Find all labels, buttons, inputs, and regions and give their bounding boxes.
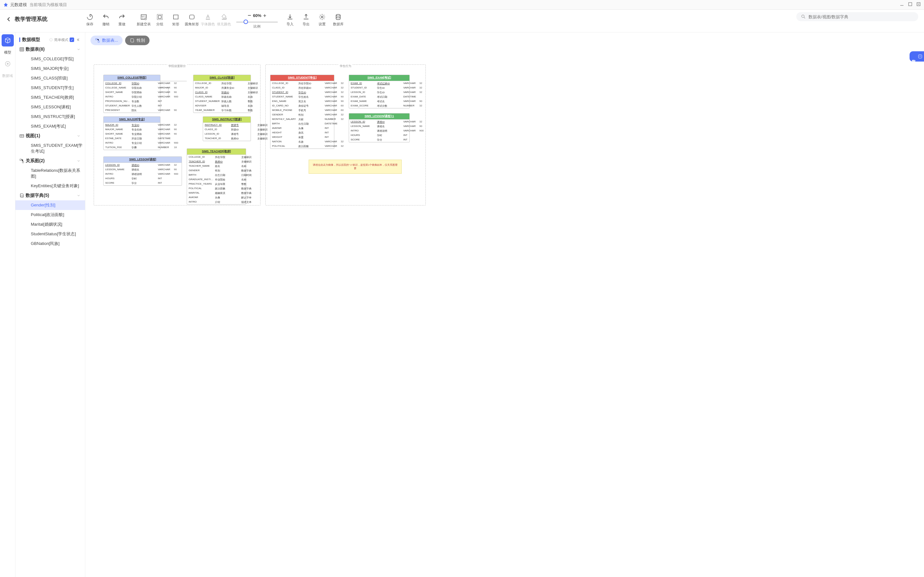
entity-field-row[interactable]: TEACHER_ID教师ID主键标识: [203, 136, 250, 141]
entity-class[interactable]: SIMS_CLASS[班级]COLLEGE_ID所在学院主键标识MAJOR_ID…: [193, 75, 251, 113]
checkbox-icon[interactable]: ✓: [69, 37, 74, 42]
tree-item[interactable]: SIMS_TEACHER[教师]: [15, 93, 85, 102]
zoom-minus-icon[interactable]: −: [248, 12, 251, 19]
entity-field-row[interactable]: MAJOR_ID专业IDVARCHAR32: [103, 123, 160, 127]
entity-field-row[interactable]: SHORT_NAME专业简称VARCHAR90: [103, 132, 160, 136]
entity-field-row[interactable]: INTRO课程说明VARCHAR900: [103, 172, 182, 176]
entity-field-row[interactable]: PRACTICE_YEARS从业年限整数: [187, 182, 246, 186]
entity-field-row[interactable]: HOURS学时INT: [103, 176, 182, 181]
tree-item[interactable]: SMIS_STUDENT_EXAM[学生考试]: [15, 141, 85, 156]
entity-field-row[interactable]: MARITAL婚姻状况数据字典: [187, 191, 246, 195]
group-tables[interactable]: 数据表(8): [15, 45, 85, 54]
entity-field-row[interactable]: YEAR_NUMBER学习年数整数: [194, 108, 250, 113]
entity-field-row[interactable]: STUDENT_ID学生IDVARCHAR32: [270, 90, 334, 95]
entity-field-row[interactable]: COLLEGE_ID所在学院IDVARCHAR32: [270, 81, 334, 85]
entity-field-row[interactable]: INTRO学院介绍VARCHAR900: [103, 95, 160, 99]
entity-field-row[interactable]: COLLEGE_ID所在学院主键标识: [187, 155, 246, 159]
maximize-icon[interactable]: [908, 2, 913, 7]
entity-field-row[interactable]: MAJOR_ID所属专业ID主键标识: [194, 85, 250, 90]
entity-field-row[interactable]: SCORE学分INT: [349, 137, 409, 142]
zoom-slider[interactable]: [236, 21, 278, 23]
entity-teacher[interactable]: SIMS_TEACHER[教师]COLLEGE_ID所在学院主键标识TEACHE…: [187, 148, 246, 205]
group-button[interactable]: 分组: [153, 12, 167, 27]
entity-field-row[interactable]: ID_CARD_NO身份证号VARCHAR60: [270, 103, 334, 108]
search-box[interactable]: [796, 12, 918, 21]
fillcolor-button[interactable]: 填充颜色: [217, 12, 231, 27]
entity-field-row[interactable]: LESSON_NAME课程名VARCHAR90: [103, 167, 182, 172]
entity-lesson-mirror[interactable]: SIMS_LESSON[课程]:1LESSON_ID课程IDVARCHAR32L…: [349, 113, 410, 142]
minimize-icon[interactable]: [900, 2, 904, 7]
entity-field-row[interactable]: INSTRUCT_ID授课号主键标识: [203, 123, 250, 127]
entity-field-row[interactable]: COLLEGE_NAME学院名称VARCHAR90: [103, 85, 160, 90]
export-button[interactable]: 导出: [299, 12, 313, 27]
tree-item[interactable]: SIMS_EXAM[考试]: [15, 121, 85, 131]
entity-field-row[interactable]: NATION名族VARCHAR32: [270, 139, 334, 144]
new-table-button[interactable]: 新建空表: [137, 12, 151, 27]
fontcolor-button[interactable]: 字体颜色: [201, 12, 215, 27]
entity-field-row[interactable]: LESSON_ID学生IDVARCHAR32: [349, 90, 409, 95]
zoom-plus-icon[interactable]: +: [263, 13, 266, 19]
save-button[interactable]: 保存: [83, 12, 97, 27]
field-library-button[interactable]: 字段库: [909, 51, 924, 61]
entity-field-row[interactable]: HEIGHT身高INT: [270, 131, 334, 135]
entity-field-row[interactable]: PRESIDENT院长VARCHAR90: [103, 108, 160, 113]
entity-field-row[interactable]: AVATAR头像INT: [270, 126, 334, 131]
entity-field-row[interactable]: STUDENT_NAME学生姓名VARCHAR90: [270, 95, 334, 99]
tree-item[interactable]: SIMS_LESSON[课程]: [15, 102, 85, 112]
entity-field-row[interactable]: WEIGHT体重INT: [270, 135, 334, 139]
tree-item[interactable]: TableRelations[数据表关系图]: [15, 166, 85, 181]
undo-button[interactable]: 撤销: [99, 12, 113, 27]
entity-field-row[interactable]: STUDENT_NUMBER班级人数整数: [194, 99, 250, 103]
entity-field-row[interactable]: STUDENT_ID学生IDVARCHAR32: [349, 85, 409, 90]
entity-field-row[interactable]: POLITICAL政治面貌数据字典: [187, 186, 246, 191]
redo-button[interactable]: 重做: [115, 12, 129, 27]
entity-instruct[interactable]: SIMS_INSTRUCT[授课]INSTRUCT_ID授课号主键标识CLASS…: [203, 116, 251, 141]
close-icon[interactable]: [916, 2, 921, 7]
tree-item[interactable]: StudentStatus[学生状态]: [15, 229, 85, 239]
entity-field-row[interactable]: GENDER性别数据字典: [187, 168, 246, 173]
tree-item[interactable]: Marital[婚姻状况]: [15, 219, 85, 229]
back-icon[interactable]: [6, 16, 11, 22]
collapse-panel-icon[interactable]: [77, 37, 81, 42]
entity-major[interactable]: SIMS_MAJOR[专业]MAJOR_ID专业IDVARCHAR32MAJOR…: [103, 116, 160, 150]
entity-college[interactable]: SIMS_COLLEGE[学院]COLLEGE_ID学院IDVARCHAR32C…: [103, 75, 160, 113]
entity-field-row[interactable]: TEACHER_ID教师ID主键标识: [187, 159, 246, 164]
entity-field-row[interactable]: LESSON_ID课程IDVARCHAR32: [103, 163, 182, 167]
tab-tables[interactable]: 数据表...: [90, 35, 123, 45]
simple-mode-toggle[interactable]: 简单模式 ✓: [49, 37, 81, 42]
entity-field-row[interactable]: TUITION_FEE学费NUMBER18: [103, 145, 160, 150]
entity-field-row[interactable]: EXAM_ID考试记录IDVARCHAR32: [349, 81, 409, 85]
tree-item[interactable]: SIMS_STUDENT[学生]: [15, 83, 85, 93]
entity-exam[interactable]: SIMS_EXAM[考试]EXAM_ID考试记录IDVARCHAR32STUDE…: [349, 75, 410, 108]
tree-item[interactable]: SIMS_CLASS[班级]: [15, 73, 85, 83]
entity-field-row[interactable]: CLASS_ID班级ID主键标识: [194, 90, 250, 95]
entity-field-row[interactable]: COLLEGE_ID所在学院主键标识: [194, 81, 250, 85]
settings-button[interactable]: 设置: [315, 12, 329, 27]
entity-field-row[interactable]: POLITICAL政治面貌VARCHAR32: [270, 144, 334, 148]
entity-field-row[interactable]: EXAM_NAME考试名VARCHAR90: [349, 99, 409, 103]
rail-domain[interactable]: [2, 58, 14, 70]
entity-field-row[interactable]: LESSON_NAME课程名VARCHAR90: [349, 124, 409, 129]
entity-lesson[interactable]: SIMS_LESSON[课程]LESSON_ID课程IDVARCHAR32LES…: [103, 156, 182, 185]
group-diagrams[interactable]: 关系图(2): [15, 156, 85, 166]
entity-field-row[interactable]: TEACHER_NAME姓名名称: [187, 164, 246, 168]
entity-field-row[interactable]: LESSON_ID课程号主键标识: [203, 132, 250, 136]
zoom-control[interactable]: − 60% + 比例: [236, 12, 278, 29]
entity-field-row[interactable]: MOBILE_PHONE手机号VARCHAR60: [270, 108, 334, 113]
entity-field-row[interactable]: MONTHLY_SALARY月薪NUMBER32: [270, 117, 334, 121]
tree-item[interactable]: SIMS_MAJOR[专业]: [15, 64, 85, 73]
import-button[interactable]: 导入: [283, 12, 297, 27]
entity-field-row[interactable]: INTRO课程说明VARCHAR900: [349, 129, 409, 133]
tree-item[interactable]: GBNation[民族]: [15, 239, 85, 248]
roundrect-button[interactable]: 圆角矩形: [185, 12, 199, 27]
search-input[interactable]: [809, 15, 914, 19]
entity-field-row[interactable]: SCORE学分INT: [103, 181, 182, 185]
entity-field-row[interactable]: BIRTH出生日期日期时间: [187, 173, 246, 177]
entity-field-row[interactable]: INTRO介绍描述文本: [187, 200, 246, 204]
entity-field-row[interactable]: GENDER性别VARCHAR32: [270, 113, 334, 117]
group-dicts[interactable]: 数据字典(5): [15, 191, 85, 200]
tree-item[interactable]: SIMS_COLLEGE[学院]: [15, 54, 85, 64]
entity-field-row[interactable]: ENG_NAME英文名VARCHAR90: [270, 99, 334, 103]
entity-field-row[interactable]: ADVISER辅导员名称: [194, 103, 250, 108]
entity-field-row[interactable]: HOURS学时INT: [349, 133, 409, 137]
